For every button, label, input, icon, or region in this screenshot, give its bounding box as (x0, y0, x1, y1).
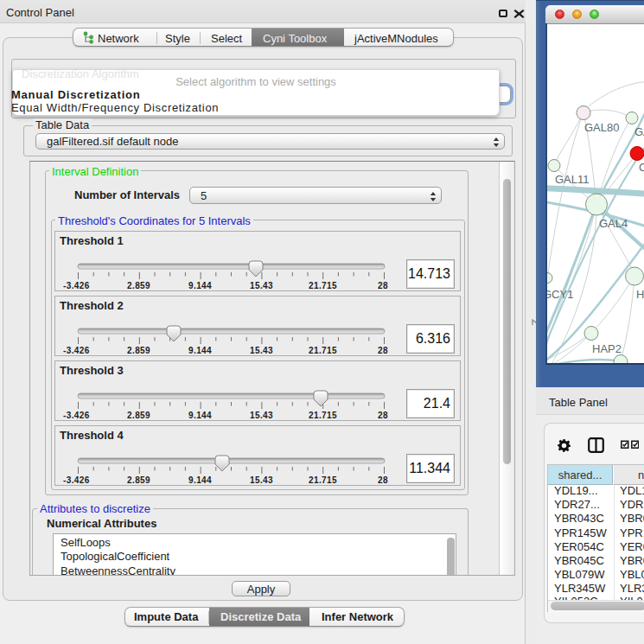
svg-text:GAL4: GAL4 (599, 217, 628, 230)
svg-text:GA: GA (634, 125, 644, 138)
svg-text:C: C (639, 161, 644, 174)
svg-text:GAL80: GAL80 (584, 121, 619, 134)
svg-text:GAL11: GAL11 (555, 173, 590, 186)
svg-text:GCY1: GCY1 (545, 288, 573, 301)
svg-text:H: H (636, 288, 644, 301)
svg-text:HAP2: HAP2 (592, 342, 622, 355)
